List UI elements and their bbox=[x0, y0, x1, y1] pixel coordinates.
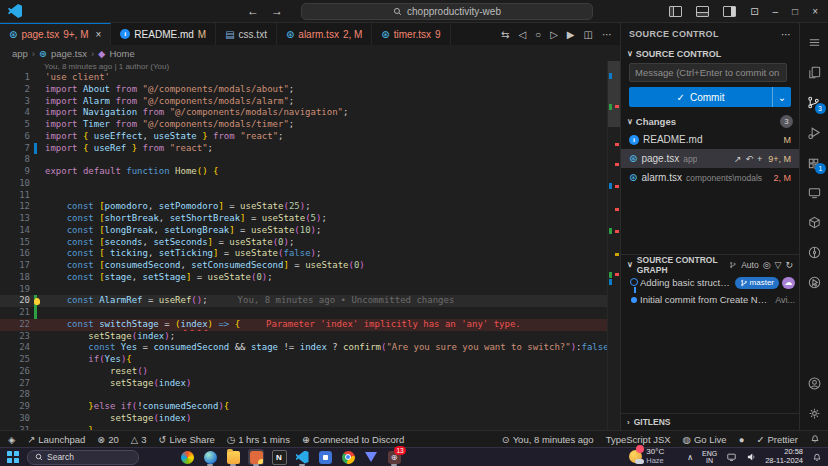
code-line[interactable]: 26 reset() bbox=[0, 366, 620, 378]
taskbar-search[interactable]: Search bbox=[27, 450, 139, 465]
scm-file-alarm.tsx[interactable]: ⊛alarm.tsxcomponents\modals2, M bbox=[621, 168, 799, 187]
editor-tab-README.md[interactable]: iREADME.mdM bbox=[111, 23, 216, 45]
statusbar-bell[interactable] bbox=[810, 434, 820, 444]
customize-layout-icon[interactable]: ⊡ bbox=[750, 6, 758, 17]
code-line[interactable]: 22 const switchStage = (index) => {Param… bbox=[0, 319, 620, 331]
code-line[interactable]: 16 const [ ticking, setTicking] = useSta… bbox=[0, 248, 620, 260]
commit-dropdown-button[interactable]: ⌄ bbox=[772, 87, 791, 107]
codelens-annotation[interactable]: You, 8 minutes ago | 1 author (You) bbox=[0, 61, 620, 72]
speaker-icon[interactable] bbox=[746, 452, 756, 462]
activity-pointer[interactable] bbox=[800, 267, 828, 297]
taskbar-app-notes[interactable] bbox=[248, 449, 264, 465]
statusbar-live-share[interactable]: ↺Live Share bbox=[158, 434, 214, 445]
breadcrumb-app[interactable]: app bbox=[12, 48, 28, 59]
code-line[interactable]: 14 const [longBreak, setLongBreak] = use… bbox=[0, 225, 620, 237]
code-line[interactable]: 15 const [seconds, setSeconds] = useStat… bbox=[0, 237, 620, 249]
commit-button[interactable]: ✓ Commit ⌄ bbox=[629, 87, 791, 107]
statusbar-github[interactable]: ● bbox=[739, 434, 745, 445]
code-line[interactable]: 24 const Yes = consumedSecond && stage !… bbox=[0, 342, 620, 354]
code-line[interactable]: 25 if(Yes){ bbox=[0, 354, 620, 366]
code-editor[interactable]: You, 8 minutes ago | 1 author (You) 1'us… bbox=[0, 61, 620, 430]
code-line[interactable]: 3import Alarm from "@/components/modals/… bbox=[0, 96, 620, 108]
taskbar-app-copilot[interactable] bbox=[179, 449, 195, 465]
taskbar-app-explorer[interactable] bbox=[225, 449, 241, 465]
taskbar-app-chrome[interactable] bbox=[340, 449, 356, 465]
code-line[interactable]: 27 setStage(index) bbox=[0, 378, 620, 390]
activity-debug[interactable] bbox=[800, 117, 828, 147]
statusbar-you-8-minutes-ago[interactable]: ⊙You, 8 minutes ago bbox=[502, 434, 594, 445]
code-line[interactable]: 2import About from "@/components/modals/… bbox=[0, 84, 620, 96]
scm-file-README.md[interactable]: iREADME.mdM bbox=[621, 130, 799, 149]
taskbar-app-vscode[interactable] bbox=[294, 449, 310, 465]
statusbar-go-live[interactable]: ◍Go Live bbox=[683, 434, 727, 445]
code-line[interactable]: 4import Navigation from "@/components/mo… bbox=[0, 107, 620, 119]
gitlens-section-header[interactable]: › GITLENS bbox=[621, 413, 799, 430]
taskbar-app-taskview[interactable] bbox=[156, 449, 172, 465]
activity-files[interactable] bbox=[800, 57, 828, 87]
statusbar-connected-to-discord[interactable]: ⊕Connected to Discord bbox=[302, 434, 404, 445]
tray-expand-icon[interactable]: ∧ bbox=[687, 453, 693, 462]
editor-tab-page.tsx[interactable]: ⊛page.tsx9+, M× bbox=[0, 23, 111, 45]
changes-section-header[interactable]: ∨ Changes 3 bbox=[621, 113, 799, 130]
taskbar-app-drive[interactable] bbox=[363, 449, 379, 465]
breadcrumb-file[interactable]: page.tsx bbox=[51, 48, 87, 59]
code-line[interactable]: 8 bbox=[0, 154, 620, 166]
lightbulb-icon[interactable] bbox=[34, 298, 40, 305]
graph-filter-icon[interactable]: ▽ bbox=[775, 260, 782, 270]
open-file-icon[interactable]: ↗ bbox=[734, 154, 742, 164]
editor-tab-timer.tsx[interactable]: ⊛timer.tsx9 bbox=[372, 23, 450, 45]
activity-branch[interactable]: 3 bbox=[800, 87, 828, 117]
window-close-button[interactable]: × bbox=[812, 6, 818, 17]
activity-cube[interactable] bbox=[800, 207, 828, 237]
statusbar-gitlens[interactable]: ◈ bbox=[8, 434, 15, 445]
code-line[interactable]: 28 bbox=[0, 389, 620, 401]
toggle-panel-icon[interactable] bbox=[696, 6, 709, 17]
discard-changes-icon[interactable]: ↶ bbox=[745, 154, 753, 164]
commit-message-input[interactable] bbox=[629, 63, 787, 82]
scm-section-header[interactable]: ∨ SOURCE CONTROL bbox=[621, 45, 799, 62]
graph-target-icon[interactable]: ◎ bbox=[763, 260, 771, 270]
taskbar-app-discord[interactable]: ⊕13 bbox=[386, 449, 402, 465]
start-button[interactable] bbox=[6, 450, 20, 464]
statusbar-3[interactable]: △3 bbox=[131, 434, 147, 445]
stage-changes-icon[interactable]: + bbox=[757, 154, 762, 164]
activity-screen[interactable] bbox=[800, 177, 828, 207]
code-line[interactable]: 31 } bbox=[0, 425, 620, 431]
statusbar-20[interactable]: ⊗20 bbox=[97, 434, 119, 445]
activity-blocks[interactable]: 1 bbox=[800, 147, 828, 177]
code-line[interactable]: 30 setStage(index) bbox=[0, 413, 620, 425]
next-change-icon[interactable]: ▷ bbox=[550, 29, 558, 40]
commit-row[interactable]: Initial commit from Create Next AppAvi..… bbox=[621, 291, 799, 308]
code-line[interactable]: 5import Timer from "@/components/modals/… bbox=[0, 119, 620, 131]
weather-widget[interactable]: 30°C Haze bbox=[629, 448, 664, 465]
code-line[interactable]: 29 }else if(!consumedSecond){ bbox=[0, 401, 620, 413]
code-line[interactable]: 6import { useEffect, useState } from "re… bbox=[0, 131, 620, 143]
taskbar-app-notion[interactable]: N bbox=[271, 449, 287, 465]
code-line[interactable]: 11 bbox=[0, 190, 620, 202]
code-line[interactable]: 20 const AlarmRef = useRef();You, 8 minu… bbox=[0, 295, 620, 307]
run-code-icon[interactable]: ▶ bbox=[567, 29, 575, 40]
code-line[interactable]: 19 bbox=[0, 284, 620, 296]
language-indicator[interactable]: ENG IN bbox=[702, 450, 717, 465]
code-line[interactable]: 10 bbox=[0, 178, 620, 190]
graph-auto-label[interactable]: Auto bbox=[741, 260, 759, 270]
statusbar-typescript-jsx[interactable]: TypeScript JSX bbox=[606, 434, 671, 445]
taskbar-app-teams[interactable] bbox=[317, 449, 333, 465]
overview-ruler[interactable] bbox=[607, 61, 620, 430]
breadcrumb-symbol[interactable]: Home bbox=[109, 48, 134, 59]
code-line[interactable]: 18 const [stage, setStage] = useState(0)… bbox=[0, 272, 620, 284]
code-line[interactable]: 9export default function Home() { bbox=[0, 166, 620, 178]
taskbar-app-edge[interactable] bbox=[202, 449, 218, 465]
previous-change-icon[interactable]: ◁ bbox=[518, 29, 526, 40]
scrollbar-slider[interactable] bbox=[608, 61, 620, 127]
code-line[interactable]: 1'use client' bbox=[0, 72, 620, 84]
open-changes-icon[interactable]: ⇆ bbox=[501, 29, 509, 40]
toggle-primary-sidebar-icon[interactable] bbox=[669, 6, 682, 17]
commit-row[interactable]: Adding basic structure a...master☁ bbox=[621, 274, 799, 291]
window-restore-button[interactable]: □ bbox=[792, 6, 798, 17]
nav-back-icon[interactable]: ← bbox=[247, 4, 259, 18]
command-center-search[interactable]: chopproductivity-web bbox=[301, 3, 593, 20]
activity-gbranch[interactable] bbox=[800, 237, 828, 267]
code-line[interactable]: 12 const [pomodoro, setPomodoro] = useSt… bbox=[0, 201, 620, 213]
gutter-indicator-icon[interactable]: ○ bbox=[535, 29, 541, 40]
